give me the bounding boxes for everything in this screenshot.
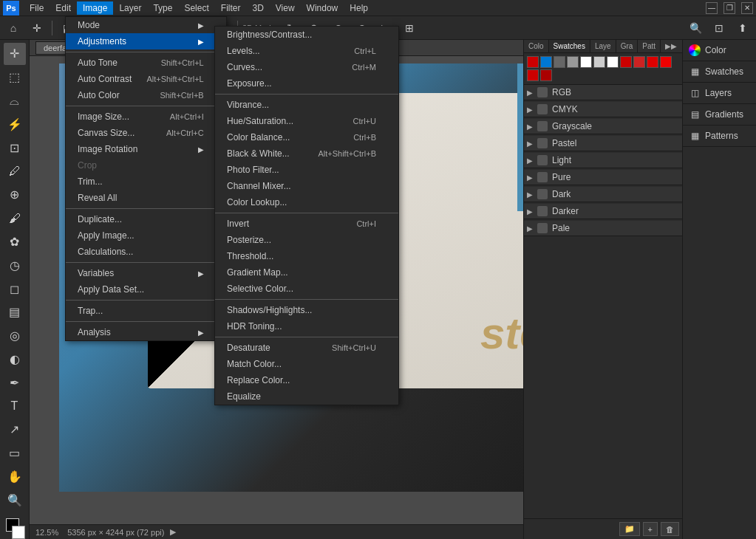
quick-select-tool[interactable]: ⚡: [4, 113, 26, 135]
adj-exposure[interactable]: Exposure...: [215, 75, 398, 92]
adj-vibrance[interactable]: Vibrance...: [215, 97, 398, 113]
panel-item-patterns[interactable]: ▦ Patterns: [683, 126, 756, 147]
menu-filter[interactable]: Filter: [215, 1, 247, 15]
adj-invert[interactable]: Invert Ctrl+I: [215, 216, 398, 232]
menu-calculations[interactable]: Calculations...: [66, 244, 226, 260]
panel-item-gradients[interactable]: ▤ Gradients: [683, 104, 756, 126]
menu-file[interactable]: File: [24, 1, 50, 15]
adj-black-white[interactable]: Black & White... Alt+Shift+Ctrl+B: [215, 145, 398, 162]
group-dark-header[interactable]: ▶ Dark: [524, 187, 682, 202]
menu-image-rotation[interactable]: Image Rotation ▶: [66, 141, 226, 157]
menu-reveal-all[interactable]: Reveal All: [66, 190, 226, 206]
group-light-header[interactable]: ▶ Light: [524, 153, 682, 168]
swatch-white2[interactable]: [607, 56, 619, 68]
screen-mode-btn[interactable]: ⊡: [709, 18, 729, 38]
background-color[interactable]: [12, 526, 25, 539]
menu-3d[interactable]: 3D: [246, 1, 269, 15]
menu-crop[interactable]: Crop: [66, 157, 226, 174]
eraser-tool[interactable]: ◻: [4, 278, 26, 300]
menu-select[interactable]: Select: [178, 1, 214, 15]
menu-type[interactable]: Type: [147, 1, 178, 15]
adj-hue-saturation[interactable]: Hue/Saturation... Ctrl+U: [215, 113, 398, 129]
group-pastel-header[interactable]: ▶ Pastel: [524, 136, 682, 151]
move-tool-btn[interactable]: ✛: [27, 18, 47, 38]
swatch-lgray[interactable]: [593, 56, 605, 68]
adj-hdr-toning[interactable]: HDR Toning...: [215, 318, 398, 334]
swatch-red2[interactable]: [620, 56, 632, 68]
swatch-gray2[interactable]: [567, 56, 579, 68]
menu-apply-image[interactable]: Apply Image...: [66, 227, 226, 244]
menu-edit[interactable]: Edit: [50, 1, 77, 15]
export-btn[interactable]: ⬆: [732, 18, 753, 38]
panel-item-layers[interactable]: ◫ Layers: [683, 83, 756, 104]
menu-view[interactable]: View: [270, 1, 301, 15]
adj-channel-mixer[interactable]: Channel Mixer...: [215, 178, 398, 194]
adj-curves[interactable]: Curves... Ctrl+M: [215, 59, 398, 75]
swatch-red4[interactable]: [647, 56, 658, 68]
menu-auto-contrast[interactable]: Auto Contrast Alt+Shift+Ctrl+L: [66, 71, 226, 87]
pen-tool[interactable]: ✒: [4, 371, 26, 394]
tab-color[interactable]: Colo: [524, 40, 549, 52]
history-tool[interactable]: ◷: [4, 254, 26, 276]
gradient-tool[interactable]: ▤: [4, 301, 26, 323]
adj-color-lookup[interactable]: Color Lookup...: [215, 194, 398, 210]
swatch-white[interactable]: [580, 56, 592, 68]
adj-gradient-map[interactable]: Gradient Map...: [215, 264, 398, 281]
menu-trim[interactable]: Trim...: [66, 174, 226, 190]
menu-variables[interactable]: Variables ▶: [66, 265, 226, 281]
menu-auto-color[interactable]: Auto Color Shift+Ctrl+B: [66, 87, 226, 103]
adj-selective-color[interactable]: Selective Color...: [215, 281, 398, 297]
text-tool[interactable]: T: [4, 395, 26, 417]
group-rgb-header[interactable]: ▶ RGB: [524, 85, 682, 100]
adj-equalize[interactable]: Equalize: [215, 388, 398, 405]
menu-apply-data-set[interactable]: Apply Data Set...: [66, 281, 226, 298]
move-tool[interactable]: ✛: [4, 43, 26, 65]
path-select-tool[interactable]: ↗: [4, 419, 26, 441]
crop-tool[interactable]: ⊡: [4, 137, 26, 159]
swatch-blue1[interactable]: [540, 56, 552, 68]
search-btn[interactable]: 🔍: [685, 18, 706, 38]
menu-canvas-size[interactable]: Canvas Size... Alt+Ctrl+C: [66, 125, 226, 141]
home-btn[interactable]: ⌂: [3, 18, 24, 38]
adj-color-balance[interactable]: Color Balance... Ctrl+B: [215, 129, 398, 145]
add-swatch-btn[interactable]: +: [643, 522, 658, 536]
dodge-tool[interactable]: ◐: [4, 349, 26, 371]
group-pure-header[interactable]: ▶ Pure: [524, 170, 682, 185]
tabs-more-btn[interactable]: ▶▶: [661, 40, 681, 52]
menu-trap[interactable]: Trap...: [66, 303, 226, 319]
delete-swatch-btn[interactable]: 🗑: [661, 522, 679, 536]
panel-item-color[interactable]: Color: [683, 40, 756, 61]
brush-tool[interactable]: 🖌: [4, 207, 26, 230]
3d-extra-btn[interactable]: ⊞: [399, 18, 420, 38]
menu-window[interactable]: Window: [301, 1, 344, 15]
menu-adjustments[interactable]: Adjustments ▶: [66, 33, 226, 49]
minimize-btn[interactable]: —: [706, 2, 718, 14]
panel-item-swatches[interactable]: ▦ Swatches: [683, 61, 756, 83]
menu-help[interactable]: Help: [344, 1, 374, 15]
adj-desaturate[interactable]: Desaturate Shift+Ctrl+U: [215, 340, 398, 356]
blur-tool[interactable]: ◎: [4, 325, 26, 347]
new-folder-btn[interactable]: 📁: [619, 522, 640, 536]
swatch-red6[interactable]: [527, 69, 539, 81]
group-cmyk-header[interactable]: ▶ CMYK: [524, 102, 682, 117]
lasso-tool[interactable]: ⌓: [4, 90, 26, 112]
group-grayscale-header[interactable]: ▶ Grayscale: [524, 119, 682, 134]
menu-image-size[interactable]: Image Size... Alt+Ctrl+I: [66, 109, 226, 125]
menu-image[interactable]: Image: [77, 1, 113, 15]
stamp-tool[interactable]: ✿: [4, 231, 26, 253]
adj-threshold[interactable]: Threshold...: [215, 248, 398, 264]
swatch-red5[interactable]: [660, 56, 672, 68]
adj-brightness-contrast[interactable]: Brightness/Contrast...: [215, 27, 398, 43]
eyedropper-tool[interactable]: 🖊: [4, 160, 26, 182]
tab-patterns[interactable]: Patt: [638, 40, 661, 52]
healing-tool[interactable]: ⊕: [4, 184, 26, 206]
group-pale-header[interactable]: ▶ Pale: [524, 221, 682, 236]
menu-duplicate[interactable]: Duplicate...: [66, 211, 226, 227]
shape-tool[interactable]: ▭: [4, 442, 26, 464]
adj-replace-color[interactable]: Replace Color...: [215, 372, 398, 388]
adj-photo-filter[interactable]: Photo Filter...: [215, 162, 398, 178]
adj-match-color[interactable]: Match Color...: [215, 356, 398, 372]
selection-tool[interactable]: ⬚: [4, 66, 26, 89]
tab-layers[interactable]: Laye: [590, 40, 616, 52]
close-btn[interactable]: ✕: [741, 2, 753, 14]
